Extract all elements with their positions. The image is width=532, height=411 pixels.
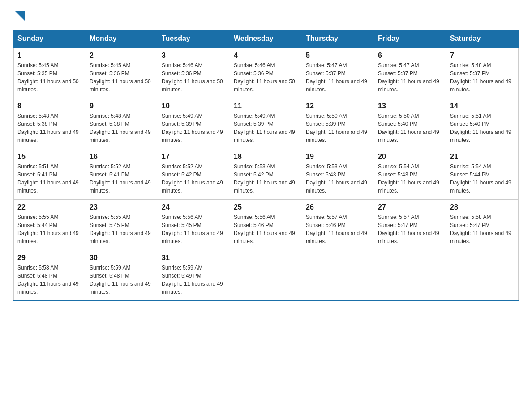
day-number: 7 xyxy=(450,51,515,60)
day-sun-info: Sunrise: 5:45 AMSunset: 5:35 PMDaylight:… xyxy=(17,61,82,94)
calendar-day-cell: 19Sunrise: 5:53 AMSunset: 5:43 PMDayligh… xyxy=(302,149,374,200)
day-number: 19 xyxy=(306,153,370,161)
calendar-day-cell: 26Sunrise: 5:57 AMSunset: 5:46 PMDayligh… xyxy=(302,200,374,250)
day-sun-info: Sunrise: 5:48 AMSunset: 5:38 PMDaylight:… xyxy=(17,112,82,144)
calendar-day-cell: 5Sunrise: 5:47 AMSunset: 5:37 PMDaylight… xyxy=(302,47,374,98)
calendar-week-row: 22Sunrise: 5:55 AMSunset: 5:44 PMDayligh… xyxy=(14,200,519,250)
calendar-day-cell: 6Sunrise: 5:47 AMSunset: 5:37 PMDaylight… xyxy=(374,47,446,98)
day-number: 21 xyxy=(450,153,515,161)
logo-triangle-icon xyxy=(15,11,25,21)
day-sun-info: Sunrise: 5:55 AMSunset: 5:44 PMDaylight:… xyxy=(17,213,82,245)
day-sun-info: Sunrise: 5:53 AMSunset: 5:43 PMDaylight:… xyxy=(306,163,370,195)
day-sun-info: Sunrise: 5:54 AMSunset: 5:43 PMDaylight:… xyxy=(378,163,442,195)
calendar-day-cell: 23Sunrise: 5:55 AMSunset: 5:45 PMDayligh… xyxy=(86,200,158,250)
calendar-day-cell: 28Sunrise: 5:58 AMSunset: 5:47 PMDayligh… xyxy=(446,200,519,250)
calendar-day-cell: 31Sunrise: 5:59 AMSunset: 5:49 PMDayligh… xyxy=(158,250,230,301)
calendar-day-cell xyxy=(230,250,302,301)
day-sun-info: Sunrise: 5:47 AMSunset: 5:37 PMDaylight:… xyxy=(378,61,442,94)
day-number: 14 xyxy=(450,102,515,110)
day-sun-info: Sunrise: 5:48 AMSunset: 5:37 PMDaylight:… xyxy=(450,61,515,94)
day-number: 27 xyxy=(378,203,442,211)
day-sun-info: Sunrise: 5:49 AMSunset: 5:39 PMDaylight:… xyxy=(162,112,226,144)
calendar-day-cell: 2Sunrise: 5:45 AMSunset: 5:36 PMDaylight… xyxy=(86,47,158,98)
day-sun-info: Sunrise: 5:55 AMSunset: 5:45 PMDaylight:… xyxy=(90,213,154,245)
day-number: 10 xyxy=(162,102,226,110)
calendar-day-cell xyxy=(302,250,374,301)
day-sun-info: Sunrise: 5:50 AMSunset: 5:40 PMDaylight:… xyxy=(378,112,442,144)
calendar-header-row: SundayMondayTuesdayWednesdayThursdayFrid… xyxy=(14,30,519,48)
calendar-day-cell: 13Sunrise: 5:50 AMSunset: 5:40 PMDayligh… xyxy=(374,98,446,149)
day-sun-info: Sunrise: 5:53 AMSunset: 5:42 PMDaylight:… xyxy=(234,163,298,195)
svg-marker-0 xyxy=(15,11,25,21)
day-sun-info: Sunrise: 5:57 AMSunset: 5:46 PMDaylight:… xyxy=(306,213,370,245)
day-sun-info: Sunrise: 5:45 AMSunset: 5:36 PMDaylight:… xyxy=(90,61,154,94)
day-number: 2 xyxy=(90,51,154,60)
calendar-day-cell: 29Sunrise: 5:58 AMSunset: 5:48 PMDayligh… xyxy=(14,250,86,301)
day-number: 31 xyxy=(162,254,226,262)
day-number: 11 xyxy=(234,102,298,110)
calendar-day-cell: 24Sunrise: 5:56 AMSunset: 5:45 PMDayligh… xyxy=(158,200,230,250)
calendar-day-cell: 22Sunrise: 5:55 AMSunset: 5:44 PMDayligh… xyxy=(14,200,86,250)
day-number: 23 xyxy=(90,203,154,211)
day-number: 13 xyxy=(378,102,442,110)
calendar-table: SundayMondayTuesdayWednesdayThursdayFrid… xyxy=(13,30,519,301)
calendar-day-cell: 18Sunrise: 5:53 AMSunset: 5:42 PMDayligh… xyxy=(230,149,302,200)
day-number: 1 xyxy=(17,51,82,60)
calendar-day-cell: 25Sunrise: 5:56 AMSunset: 5:46 PMDayligh… xyxy=(230,200,302,250)
day-number: 25 xyxy=(234,203,298,211)
weekday-header-friday: Friday xyxy=(374,30,446,48)
calendar-day-cell: 8Sunrise: 5:48 AMSunset: 5:38 PMDaylight… xyxy=(14,98,86,149)
day-sun-info: Sunrise: 5:56 AMSunset: 5:46 PMDaylight:… xyxy=(234,213,298,245)
day-number: 29 xyxy=(17,254,82,262)
day-number: 6 xyxy=(378,51,442,60)
calendar-day-cell: 30Sunrise: 5:59 AMSunset: 5:48 PMDayligh… xyxy=(86,250,158,301)
day-sun-info: Sunrise: 5:48 AMSunset: 5:38 PMDaylight:… xyxy=(90,112,154,144)
calendar-day-cell: 16Sunrise: 5:52 AMSunset: 5:41 PMDayligh… xyxy=(86,149,158,200)
day-sun-info: Sunrise: 5:52 AMSunset: 5:41 PMDaylight:… xyxy=(90,163,154,195)
day-number: 16 xyxy=(90,153,154,161)
day-sun-info: Sunrise: 5:56 AMSunset: 5:45 PMDaylight:… xyxy=(162,213,226,245)
calendar-day-cell: 12Sunrise: 5:50 AMSunset: 5:39 PMDayligh… xyxy=(302,98,374,149)
day-sun-info: Sunrise: 5:47 AMSunset: 5:37 PMDaylight:… xyxy=(306,61,370,94)
day-number: 8 xyxy=(17,102,82,110)
weekday-header-thursday: Thursday xyxy=(302,30,374,48)
calendar-week-row: 29Sunrise: 5:58 AMSunset: 5:48 PMDayligh… xyxy=(14,250,519,301)
calendar-day-cell: 17Sunrise: 5:52 AMSunset: 5:42 PMDayligh… xyxy=(158,149,230,200)
day-number: 17 xyxy=(162,153,226,161)
day-sun-info: Sunrise: 5:54 AMSunset: 5:44 PMDaylight:… xyxy=(450,163,515,195)
weekday-header-saturday: Saturday xyxy=(446,30,519,48)
calendar-week-row: 8Sunrise: 5:48 AMSunset: 5:38 PMDaylight… xyxy=(14,98,519,149)
calendar-day-cell: 21Sunrise: 5:54 AMSunset: 5:44 PMDayligh… xyxy=(446,149,519,200)
day-sun-info: Sunrise: 5:59 AMSunset: 5:49 PMDaylight:… xyxy=(162,264,226,296)
day-number: 3 xyxy=(162,51,226,60)
day-number: 18 xyxy=(234,153,298,161)
day-sun-info: Sunrise: 5:46 AMSunset: 5:36 PMDaylight:… xyxy=(162,61,226,94)
weekday-header-monday: Monday xyxy=(86,30,158,48)
day-sun-info: Sunrise: 5:50 AMSunset: 5:39 PMDaylight:… xyxy=(306,112,370,144)
day-sun-info: Sunrise: 5:59 AMSunset: 5:48 PMDaylight:… xyxy=(90,264,154,296)
weekday-header-sunday: Sunday xyxy=(14,30,86,48)
day-number: 20 xyxy=(378,153,442,161)
day-number: 28 xyxy=(450,203,515,211)
day-sun-info: Sunrise: 5:51 AMSunset: 5:40 PMDaylight:… xyxy=(450,112,515,144)
day-sun-info: Sunrise: 5:58 AMSunset: 5:47 PMDaylight:… xyxy=(450,213,515,245)
day-sun-info: Sunrise: 5:58 AMSunset: 5:48 PMDaylight:… xyxy=(17,264,82,296)
calendar-week-row: 1Sunrise: 5:45 AMSunset: 5:35 PMDaylight… xyxy=(14,47,519,98)
calendar-day-cell: 7Sunrise: 5:48 AMSunset: 5:37 PMDaylight… xyxy=(446,47,519,98)
calendar-day-cell: 15Sunrise: 5:51 AMSunset: 5:41 PMDayligh… xyxy=(14,149,86,200)
day-sun-info: Sunrise: 5:57 AMSunset: 5:47 PMDaylight:… xyxy=(378,213,442,245)
calendar-day-cell: 11Sunrise: 5:49 AMSunset: 5:39 PMDayligh… xyxy=(230,98,302,149)
calendar-day-cell: 4Sunrise: 5:46 AMSunset: 5:36 PMDaylight… xyxy=(230,47,302,98)
calendar-day-cell: 20Sunrise: 5:54 AMSunset: 5:43 PMDayligh… xyxy=(374,149,446,200)
calendar-week-row: 15Sunrise: 5:51 AMSunset: 5:41 PMDayligh… xyxy=(14,149,519,200)
day-number: 26 xyxy=(306,203,370,211)
day-number: 5 xyxy=(306,51,370,60)
calendar-day-cell: 9Sunrise: 5:48 AMSunset: 5:38 PMDaylight… xyxy=(86,98,158,149)
day-number: 15 xyxy=(17,153,82,161)
day-number: 22 xyxy=(17,203,82,211)
page-header xyxy=(13,9,519,21)
calendar-day-cell: 10Sunrise: 5:49 AMSunset: 5:39 PMDayligh… xyxy=(158,98,230,149)
calendar-day-cell: 1Sunrise: 5:45 AMSunset: 5:35 PMDaylight… xyxy=(14,47,86,98)
calendar-day-cell: 27Sunrise: 5:57 AMSunset: 5:47 PMDayligh… xyxy=(374,200,446,250)
day-sun-info: Sunrise: 5:51 AMSunset: 5:41 PMDaylight:… xyxy=(17,163,82,195)
